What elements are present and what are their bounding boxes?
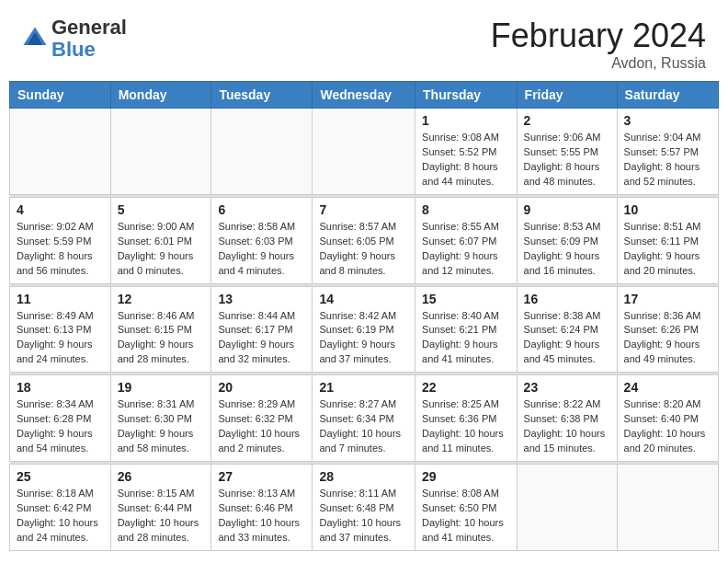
day-number: 8 [422,202,510,217]
calendar-cell: 9Sunrise: 8:53 AMSunset: 6:09 PMDaylight… [517,197,617,283]
calendar-cell: 8Sunrise: 8:55 AMSunset: 6:07 PMDaylight… [415,197,518,283]
day-number: 28 [319,469,408,484]
calendar-cell: 3Sunrise: 9:04 AMSunset: 5:57 PMDaylight… [617,109,718,195]
calendar-cell: 15Sunrise: 8:40 AMSunset: 6:21 PMDayligh… [415,286,518,373]
day-info: Sunrise: 8:55 AMSunset: 6:07 PMDaylight:… [422,220,510,279]
col-sunday: Sunday [10,82,111,109]
calendar-cell: 6Sunrise: 8:58 AMSunset: 6:03 PMDaylight… [211,197,313,283]
calendar-cell: 18Sunrise: 8:34 AMSunset: 6:28 PMDayligh… [10,375,111,462]
day-number: 17 [624,292,711,306]
calendar-cell: 14Sunrise: 8:42 AMSunset: 6:19 PMDayligh… [313,286,415,373]
calendar-cell: 16Sunrise: 8:38 AMSunset: 6:24 PMDayligh… [517,286,617,373]
calendar-cell: 21Sunrise: 8:27 AMSunset: 6:34 PMDayligh… [313,375,415,462]
calendar-cell: 29Sunrise: 8:08 AMSunset: 6:50 PMDayligh… [415,465,518,551]
day-info: Sunrise: 8:53 AMSunset: 6:09 PMDaylight:… [524,220,610,279]
calendar-week-row: 4Sunrise: 9:02 AMSunset: 5:59 PMDaylight… [10,197,719,283]
calendar-cell: 10Sunrise: 8:51 AMSunset: 6:11 PMDayligh… [617,197,718,283]
day-info: Sunrise: 8:22 AMSunset: 6:38 PMDaylight:… [524,397,610,456]
day-number: 2 [524,113,610,128]
calendar-cell: 26Sunrise: 8:15 AMSunset: 6:44 PMDayligh… [110,465,211,551]
day-number: 25 [17,469,104,484]
day-number: 26 [118,469,205,484]
calendar-cell: 5Sunrise: 9:00 AMSunset: 6:01 PMDaylight… [110,197,211,283]
day-info: Sunrise: 8:49 AMSunset: 6:13 PMDaylight:… [17,309,104,368]
calendar-cell [211,109,313,195]
day-number: 9 [524,202,610,217]
day-number: 21 [319,380,408,395]
day-info: Sunrise: 8:25 AMSunset: 6:36 PMDaylight:… [422,397,510,456]
calendar-wrapper: Sunday Monday Tuesday Wednesday Thursday… [0,81,728,560]
calendar-week-row: 11Sunrise: 8:49 AMSunset: 6:13 PMDayligh… [10,286,719,373]
calendar-cell [110,109,211,195]
calendar-week-row: 18Sunrise: 8:34 AMSunset: 6:28 PMDayligh… [10,375,719,462]
day-number: 27 [218,469,305,484]
day-number: 11 [17,292,104,306]
day-info: Sunrise: 8:11 AMSunset: 6:48 PMDaylight:… [319,487,408,546]
day-number: 24 [624,380,711,395]
day-info: Sunrise: 8:20 AMSunset: 6:40 PMDaylight:… [624,397,711,456]
calendar-cell [517,465,617,551]
calendar-week-row: 1Sunrise: 9:08 AMSunset: 5:52 PMDaylight… [10,109,719,195]
calendar-cell: 19Sunrise: 8:31 AMSunset: 6:30 PMDayligh… [110,375,211,462]
day-info: Sunrise: 8:27 AMSunset: 6:34 PMDaylight:… [319,397,408,456]
calendar-cell: 17Sunrise: 8:36 AMSunset: 6:26 PMDayligh… [617,286,718,373]
calendar-cell: 2Sunrise: 9:06 AMSunset: 5:55 PMDaylight… [517,109,617,195]
day-info: Sunrise: 9:08 AMSunset: 5:52 PMDaylight:… [422,131,510,190]
calendar-cell [617,465,718,551]
day-info: Sunrise: 8:38 AMSunset: 6:24 PMDaylight:… [524,309,610,368]
logo: General Blue [22,17,127,61]
calendar-cell: 12Sunrise: 8:46 AMSunset: 6:15 PMDayligh… [110,286,211,373]
calendar-cell: 4Sunrise: 9:02 AMSunset: 5:59 PMDaylight… [10,197,111,283]
day-info: Sunrise: 8:18 AMSunset: 6:42 PMDaylight:… [17,487,104,546]
calendar-table: Sunday Monday Tuesday Wednesday Thursday… [9,81,719,551]
col-wednesday: Wednesday [313,82,415,109]
day-info: Sunrise: 8:13 AMSunset: 6:46 PMDaylight:… [218,487,305,546]
day-info: Sunrise: 8:42 AMSunset: 6:19 PMDaylight:… [319,309,408,368]
day-info: Sunrise: 8:57 AMSunset: 6:05 PMDaylight:… [319,220,408,279]
day-info: Sunrise: 8:29 AMSunset: 6:32 PMDaylight:… [218,397,305,456]
day-info: Sunrise: 8:34 AMSunset: 6:28 PMDaylight:… [17,397,104,456]
day-number: 14 [319,292,408,306]
calendar-cell: 13Sunrise: 8:44 AMSunset: 6:17 PMDayligh… [211,286,313,373]
calendar-cell: 7Sunrise: 8:57 AMSunset: 6:05 PMDaylight… [313,197,415,283]
calendar-header-row: Sunday Monday Tuesday Wednesday Thursday… [10,82,719,109]
day-info: Sunrise: 8:58 AMSunset: 6:03 PMDaylight:… [218,220,305,279]
day-number: 29 [422,469,510,484]
day-info: Sunrise: 9:02 AMSunset: 5:59 PMDaylight:… [17,220,104,279]
calendar-cell [10,109,111,195]
day-number: 19 [118,380,205,395]
day-number: 20 [218,380,305,395]
calendar-cell [313,109,415,195]
day-number: 10 [624,202,711,217]
location-subtitle: Avdon, Russia [491,55,706,72]
calendar-cell: 27Sunrise: 8:13 AMSunset: 6:46 PMDayligh… [211,465,313,551]
day-number: 12 [118,292,205,306]
calendar-cell: 1Sunrise: 9:08 AMSunset: 5:52 PMDaylight… [415,109,518,195]
calendar-cell: 22Sunrise: 8:25 AMSunset: 6:36 PMDayligh… [415,375,518,462]
day-info: Sunrise: 8:31 AMSunset: 6:30 PMDaylight:… [118,397,205,456]
calendar-cell: 28Sunrise: 8:11 AMSunset: 6:48 PMDayligh… [313,465,415,551]
day-info: Sunrise: 8:36 AMSunset: 6:26 PMDaylight:… [624,309,711,368]
col-monday: Monday [110,82,211,109]
day-number: 5 [118,202,205,217]
calendar-cell: 20Sunrise: 8:29 AMSunset: 6:32 PMDayligh… [211,375,313,462]
logo-icon [22,26,48,52]
day-number: 1 [422,113,510,128]
col-friday: Friday [517,82,617,109]
day-number: 3 [624,113,711,128]
day-info: Sunrise: 8:46 AMSunset: 6:15 PMDaylight:… [118,309,205,368]
day-info: Sunrise: 8:51 AMSunset: 6:11 PMDaylight:… [624,220,711,279]
day-number: 13 [218,292,305,306]
day-number: 22 [422,380,510,395]
day-number: 16 [524,292,610,306]
logo-general-text: General [51,16,127,39]
calendar-cell: 24Sunrise: 8:20 AMSunset: 6:40 PMDayligh… [617,375,718,462]
day-number: 15 [422,292,510,306]
col-thursday: Thursday [415,82,518,109]
day-number: 7 [319,202,408,217]
day-number: 23 [524,380,610,395]
day-info: Sunrise: 8:08 AMSunset: 6:50 PMDaylight:… [422,487,510,546]
day-info: Sunrise: 8:15 AMSunset: 6:44 PMDaylight:… [118,487,205,546]
day-info: Sunrise: 9:04 AMSunset: 5:57 PMDaylight:… [624,131,711,190]
calendar-week-row: 25Sunrise: 8:18 AMSunset: 6:42 PMDayligh… [10,465,719,551]
